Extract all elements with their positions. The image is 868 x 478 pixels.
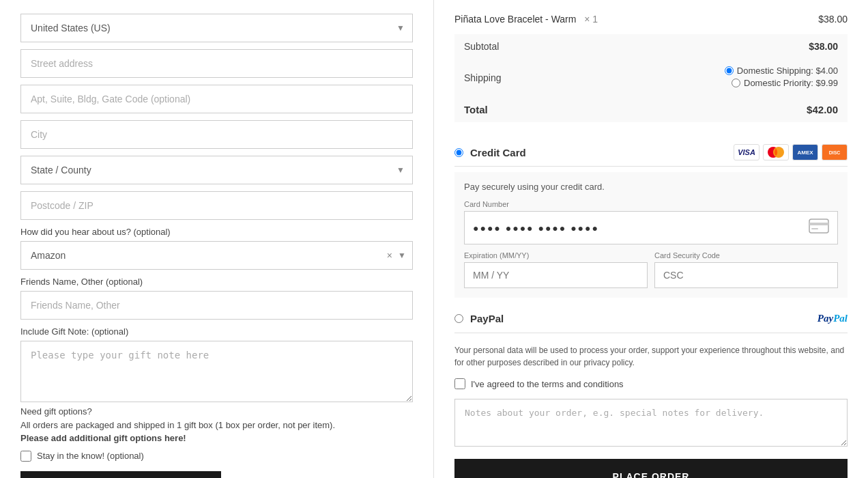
city-field bbox=[20, 120, 413, 149]
subtotal-row: Subtotal $38.00 bbox=[454, 34, 848, 59]
order-notes-input[interactable] bbox=[454, 399, 848, 447]
amex-icon: AMEX bbox=[792, 144, 818, 160]
ship-different-button[interactable]: SHIP TO A DIFFERENT ADDRESS ? bbox=[20, 471, 221, 479]
street-address-field bbox=[20, 49, 413, 78]
shipping-options: Domestic Shipping: $4.00 Domestic Priori… bbox=[572, 59, 848, 97]
gift-info: Need gift options? All orders are packag… bbox=[20, 405, 413, 445]
shipping-domestic-label: Domestic Shipping: $4.00 bbox=[737, 66, 838, 76]
gift-note-label: Include Gift Note: (optional) bbox=[20, 326, 413, 337]
country-select-wrapper: United States (US) ▼ bbox=[20, 14, 413, 42]
hear-label: How did you hear about us? (optional) bbox=[20, 227, 413, 237]
gift-note-section bbox=[20, 341, 413, 405]
hear-clear-icon[interactable]: × bbox=[387, 250, 392, 261]
city-input[interactable] bbox=[20, 120, 413, 149]
shipping-label: Shipping bbox=[454, 59, 572, 97]
hear-select-wrapper: Amazon Google Social Media × ▼ bbox=[20, 241, 413, 270]
cc-csc-input[interactable] bbox=[654, 262, 838, 288]
shipping-row: Shipping Domestic Shipping: $4.00 Domest… bbox=[454, 59, 848, 97]
credit-card-label: Credit Card bbox=[470, 147, 526, 158]
order-item-price: $38.00 bbox=[818, 14, 848, 25]
mastercard-icon bbox=[763, 144, 789, 160]
friends-label: Friends Name, Other (optional) bbox=[20, 277, 413, 287]
right-panel: Piñata Love Bracelet - Warm × 1 $38.00 S… bbox=[433, 0, 868, 478]
paypal-logo-pal: Pal bbox=[833, 313, 848, 324]
cc-expiry-label: Expiration (MM/YY) bbox=[464, 251, 648, 259]
stay-in-know-row: Stay in the know! (optional) bbox=[20, 451, 413, 462]
cc-expiry-field: Expiration (MM/YY) bbox=[464, 251, 648, 288]
card-icons: VISA AMEX DISC bbox=[734, 144, 848, 160]
total-amount: $42.00 bbox=[572, 97, 848, 122]
apt-field bbox=[20, 85, 413, 113]
place-order-button[interactable]: PLACE ORDER bbox=[454, 459, 848, 478]
apt-input[interactable] bbox=[20, 85, 413, 113]
stay-in-know-label[interactable]: Stay in the know! (optional) bbox=[37, 451, 144, 461]
paypal-logo: PayPal bbox=[818, 313, 848, 324]
postcode-field bbox=[20, 191, 413, 220]
postcode-input[interactable] bbox=[20, 191, 413, 220]
cc-expiry-input[interactable] bbox=[464, 262, 648, 288]
hear-select[interactable]: Amazon Google Social Media bbox=[20, 241, 413, 270]
shipping-domestic-radio[interactable] bbox=[725, 66, 734, 75]
cc-csc-field: Card Security Code bbox=[654, 251, 838, 288]
paypal-radio[interactable] bbox=[454, 314, 463, 323]
cc-number-dots: ●●●● ●●●● ●●●● ●●●● bbox=[473, 223, 599, 234]
friends-label-wrapper: Friends Name, Other (optional) bbox=[20, 277, 413, 287]
shipping-option-domestic: Domestic Shipping: $4.00 bbox=[581, 66, 838, 76]
svg-rect-4 bbox=[811, 228, 818, 229]
gift-info-line1: Need gift options? bbox=[20, 406, 92, 417]
cc-csc-label: Card Security Code bbox=[654, 251, 838, 259]
state-select[interactable]: State / County bbox=[20, 156, 413, 184]
visa-icon: VISA bbox=[734, 144, 760, 160]
hear-label-wrapper: How did you hear about us? (optional) bbox=[20, 227, 413, 237]
cc-fields-row: Expiration (MM/YY) Card Security Code bbox=[464, 251, 838, 288]
paypal-logo-pay: Pay bbox=[818, 313, 833, 324]
paypal-label: PayPal bbox=[470, 313, 504, 324]
subtotal-label: Subtotal bbox=[454, 34, 572, 59]
agree-checkbox[interactable] bbox=[454, 378, 465, 389]
shipping-priority-radio[interactable] bbox=[732, 79, 740, 87]
friends-field bbox=[20, 291, 413, 320]
gift-info-line2: All orders are packaged and shipped in 1… bbox=[20, 420, 335, 430]
totals-table: Subtotal $38.00 Shipping Domestic Shippi… bbox=[454, 34, 848, 122]
left-panel: United States (US) ▼ State / County ▼ bbox=[0, 0, 433, 478]
order-item: Piñata Love Bracelet - Warm × 1 $38.00 bbox=[454, 14, 848, 25]
shipping-option-priority: Domestic Priority: $9.99 bbox=[581, 78, 838, 88]
state-select-wrapper: State / County ▼ bbox=[20, 156, 413, 184]
shipping-priority-label: Domestic Priority: $9.99 bbox=[744, 78, 838, 88]
cc-card-display-icon bbox=[809, 219, 829, 237]
discover-icon: DISC bbox=[822, 144, 848, 160]
country-select[interactable]: United States (US) bbox=[20, 14, 413, 42]
total-label: Total bbox=[454, 97, 572, 122]
gift-note-input[interactable] bbox=[20, 341, 413, 402]
subtotal-amount: $38.00 bbox=[572, 34, 848, 59]
svg-rect-2 bbox=[809, 219, 828, 233]
agree-label[interactable]: I've agreed to the terms and conditions bbox=[471, 379, 624, 389]
credit-card-form: Pay securely using your credit card. Car… bbox=[454, 172, 848, 298]
cc-description: Pay securely using your credit card. bbox=[464, 182, 838, 192]
friends-input[interactable] bbox=[20, 291, 413, 320]
credit-card-option: Credit Card VISA AMEX DISC bbox=[454, 136, 848, 167]
order-item-name: Piñata Love Bracelet - Warm × 1 bbox=[454, 14, 598, 25]
svg-rect-3 bbox=[809, 223, 828, 225]
agree-row: I've agreed to the terms and conditions bbox=[454, 378, 848, 389]
privacy-note: Your personal data will be used to proce… bbox=[454, 344, 848, 369]
stay-in-know-checkbox[interactable] bbox=[20, 451, 31, 462]
cc-number-row: ●●●● ●●●● ●●●● ●●●● bbox=[464, 211, 838, 244]
ship-different-row: SHIP TO A DIFFERENT ADDRESS ? bbox=[20, 471, 413, 479]
gift-note-label-wrapper: Include Gift Note: (optional) bbox=[20, 326, 413, 337]
credit-card-radio[interactable] bbox=[454, 148, 463, 157]
paypal-option: PayPal PayPal bbox=[454, 305, 848, 333]
total-row: Total $42.00 bbox=[454, 97, 848, 122]
gift-info-line3: Please add additional gift options here! bbox=[20, 433, 186, 443]
payment-section: Credit Card VISA AMEX DISC Pay secur bbox=[454, 136, 848, 333]
cc-number-label: Card Number bbox=[464, 200, 838, 208]
street-address-input[interactable] bbox=[20, 49, 413, 78]
